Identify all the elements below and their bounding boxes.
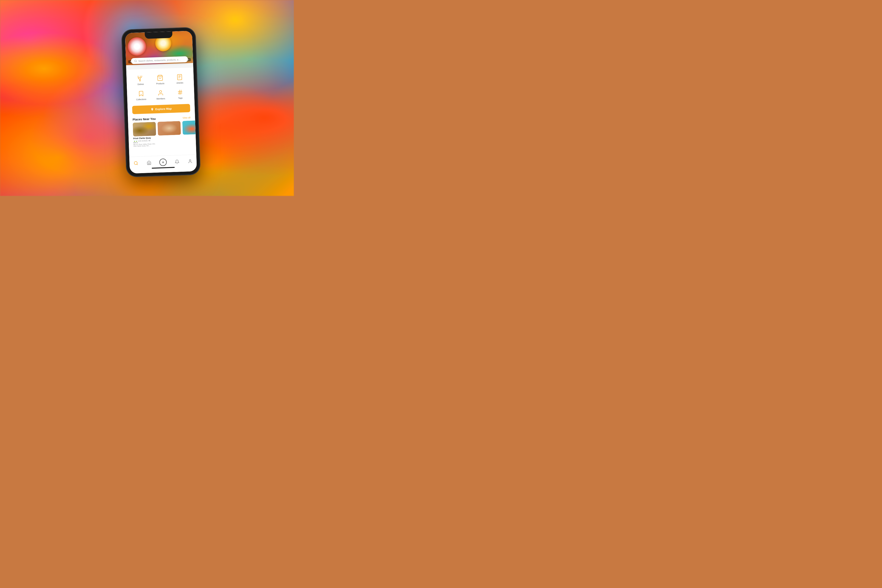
place-image-0: [133, 122, 156, 136]
svg-point-8: [159, 90, 162, 93]
members-icon: [157, 89, 164, 97]
svg-line-14: [137, 164, 138, 165]
svg-line-12: [181, 90, 182, 94]
nav-search[interactable]: [132, 160, 141, 167]
category-articles[interactable]: Articles: [170, 71, 189, 86]
place-address-0: Blk 3C River Valley Road, #01-09A Clarke…: [134, 143, 156, 147]
tags-label: Tags: [178, 97, 183, 99]
dishes-label: Dishes: [138, 83, 144, 86]
tags-icon: [176, 88, 184, 96]
svg-line-3: [158, 76, 162, 76]
nav-home[interactable]: [144, 159, 153, 166]
svg-line-10: [178, 93, 182, 93]
category-collections[interactable]: Collections: [132, 88, 151, 103]
nav-profile-icon: [188, 159, 193, 164]
collections-label: Collections: [136, 98, 146, 101]
dishes-icon: [137, 75, 144, 82]
products-icon: [156, 74, 164, 81]
articles-icon: [176, 73, 183, 81]
place-name-1: [158, 136, 181, 136]
place-card-2[interactable]: 🏳: [182, 120, 196, 146]
search-icon: [134, 60, 137, 62]
places-section-title: Places Near You: [132, 117, 156, 122]
bottom-nav: [129, 154, 197, 174]
map-pin-icon: [151, 108, 154, 111]
place-name-0: Privé Clarke Quay: [133, 136, 156, 140]
explore-btn-label: Explore Map: [155, 107, 172, 111]
place-image-2: 🏳: [182, 120, 196, 135]
products-label: Products: [156, 82, 164, 85]
svg-point-17: [189, 160, 191, 161]
plus-icon: [161, 160, 165, 164]
main-area: Dishes: [126, 68, 196, 157]
nav-add-button[interactable]: [159, 158, 167, 166]
place-price-0: $$: [149, 140, 150, 141]
nav-notifications[interactable]: [173, 158, 182, 165]
category-members[interactable]: Members: [151, 87, 170, 102]
category-grid: Dishes: [126, 68, 195, 105]
view-all-link[interactable]: View all: [183, 116, 191, 119]
nav-bell-icon: [174, 159, 180, 164]
phone-shell: Search dishes, restaurants, products, a……: [122, 27, 200, 177]
place-reviews-0: (140 reviews): [138, 140, 147, 142]
phone-device: Search dishes, restaurants, products, a……: [122, 27, 200, 177]
search-placeholder-text: Search dishes, restaurants, products, a…: [138, 58, 180, 62]
nav-home-icon: [146, 160, 152, 165]
phone-screen: Search dishes, restaurants, products, a……: [125, 31, 197, 174]
nav-add[interactable]: [157, 158, 168, 167]
nav-search-icon: [134, 160, 139, 166]
place-image-1: [158, 121, 181, 135]
places-scroll-list: Privé Clarke Quay 🍃🍃 (140 reviews) $$ 93…: [128, 120, 196, 147]
articles-label: Articles: [176, 81, 183, 84]
phone-notch: [145, 32, 173, 39]
category-products[interactable]: Products: [150, 72, 170, 87]
search-bar[interactable]: Search dishes, restaurants, products, a…: [131, 56, 188, 64]
explore-map-button[interactable]: Explore Map: [132, 104, 190, 114]
place-card-0[interactable]: Privé Clarke Quay 🍃🍃 (140 reviews) $$ 93…: [133, 122, 157, 147]
svg-rect-4: [177, 74, 182, 80]
scene: Search dishes, restaurants, products, a……: [0, 0, 294, 196]
place-card-1[interactable]: [158, 121, 182, 146]
members-label: Members: [156, 98, 165, 100]
category-tags[interactable]: Tags: [171, 87, 190, 102]
category-dishes[interactable]: Dishes: [131, 73, 150, 88]
nav-profile[interactable]: [186, 158, 195, 165]
svg-line-11: [179, 90, 180, 95]
screen-content: Search dishes, restaurants, products, a……: [125, 31, 197, 174]
search-bar-container: Search dishes, restaurants, products, a…: [131, 56, 188, 64]
svg-line-1: [136, 62, 137, 62]
collections-icon: [137, 90, 145, 98]
